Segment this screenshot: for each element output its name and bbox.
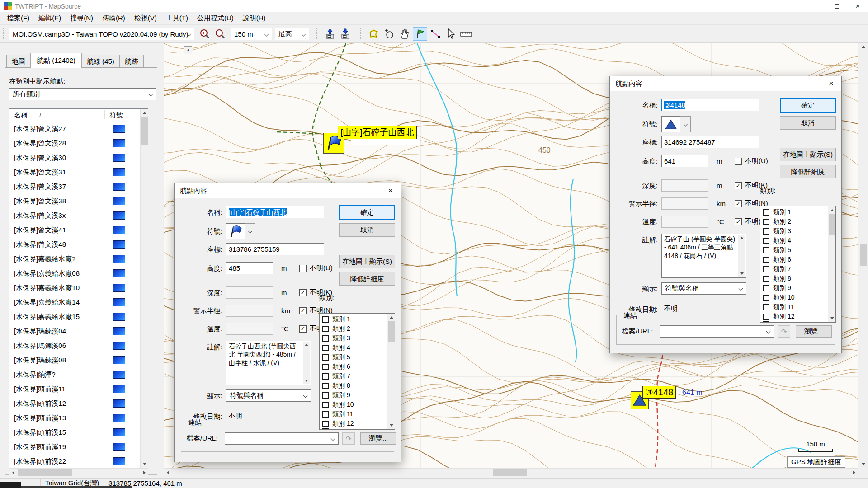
category-checkbox[interactable] [322, 411, 329, 418]
waypoint-flag-label[interactable]: [山字]石硿子山西北 [338, 126, 417, 139]
waypoint-row[interactable]: [水保界]頭前溪19 [9, 440, 140, 454]
scroll-down-button[interactable] [859, 460, 867, 468]
waypoint-row[interactable]: [水保界]嘉義給水廠? [9, 252, 140, 266]
waypoint-row[interactable]: [水保界]頭前溪13 [9, 411, 140, 425]
category-checkbox[interactable] [763, 247, 769, 253]
unknown-depth-checkbox[interactable]: ✓ [299, 289, 307, 296]
waypoint-row[interactable]: [水保界]嘉義給水廠15 [9, 310, 140, 324]
name-field[interactable]: ③4148 [661, 99, 760, 111]
category-item[interactable]: 類別 11 [763, 302, 827, 312]
category-item[interactable]: 類別 9 [763, 283, 827, 293]
category-item[interactable]: 類別 3 [322, 333, 387, 343]
category-checkbox[interactable] [763, 285, 769, 291]
category-list[interactable]: 類別 1類別 2類別 3類別 4類別 5類別 6類別 7類別 8類別 9類別 1… [319, 313, 395, 430]
menu-item[interactable]: 說明(H) [238, 12, 270, 24]
dialog-close-button[interactable]: × [380, 183, 401, 197]
comment-textarea[interactable]: 石硿子山西北 (芋圓尖西北 芋園尖西北) - 485m / 山字柱 / 水泥 /… [226, 341, 311, 385]
column-header-symbol[interactable]: 符號 [109, 111, 123, 120]
receive-from-device-button[interactable] [338, 27, 353, 41]
comment-scrollbar[interactable] [303, 342, 310, 384]
proximity-field[interactable] [226, 305, 273, 317]
category-item[interactable]: 類別 3 [763, 226, 827, 236]
menu-item[interactable]: 編輯(E) [34, 12, 66, 24]
temperature-field[interactable] [226, 323, 273, 335]
symbol-select[interactable] [245, 223, 255, 239]
waypoint-triangle-label[interactable]: ③4148 [642, 386, 676, 399]
menu-item[interactable]: 檔案(F) [3, 12, 34, 24]
category-checkbox[interactable] [763, 209, 769, 216]
waypoint-row[interactable]: [水保界]曾文溪38 [9, 194, 140, 208]
category-checkbox[interactable] [322, 383, 329, 389]
scrollbar-thumb[interactable] [18, 469, 72, 476]
waypoint-row[interactable]: [水保界]瑪鍊溪04 [9, 324, 140, 338]
tab-tracks[interactable]: 航跡 [119, 55, 144, 68]
coord-field[interactable]: 314692 2754487 [661, 136, 760, 148]
category-item[interactable]: 類別 11 [322, 409, 387, 419]
waypoint-row[interactable]: [水保界]曾文溪27 [9, 122, 140, 136]
scroll-left-button[interactable] [164, 469, 172, 477]
name-field[interactable]: [山字]石硿子山西北 [226, 206, 324, 218]
waypoint-row[interactable]: [水保界]曾文溪3x [9, 208, 140, 223]
tab-map[interactable]: 地圖 [6, 55, 31, 68]
pan-tool-button[interactable] [397, 27, 412, 41]
category-checkbox[interactable] [763, 276, 769, 282]
list-vertical-scrollbar[interactable] [140, 109, 148, 468]
map-vertical-scrollbar[interactable] [859, 43, 867, 468]
send-to-device-button[interactable] [323, 27, 337, 41]
scroll-down-button[interactable] [141, 460, 148, 468]
dialog-close-button[interactable]: × [821, 76, 841, 90]
browse-button[interactable]: 瀏覽... [360, 432, 396, 445]
show-on-map-button[interactable]: 在地圖上顯示(S) [339, 255, 395, 268]
comment-textarea[interactable]: 石硿子山 (芋圓尖 芋園尖) - 641.406m / 三等三角點 4148 /… [661, 234, 746, 278]
category-item[interactable]: 類別 8 [763, 274, 827, 283]
map-horizontal-scrollbar[interactable] [164, 468, 858, 476]
scrollbar-thumb[interactable] [860, 244, 867, 266]
waypoint-row[interactable]: [水保界]頭前溪12 [9, 396, 140, 411]
tab-waypoints[interactable]: 航點 (12402) [30, 53, 82, 68]
category-item[interactable]: 類別 6 [763, 255, 827, 264]
minimize-button[interactable] [806, 0, 826, 12]
waypoint-row[interactable]: [水保界]嘉義給水廠10 [9, 281, 140, 295]
maximize-button[interactable] [826, 0, 847, 12]
ok-button[interactable]: 確定 [339, 205, 395, 220]
category-checkbox[interactable] [763, 266, 769, 272]
elevation-field[interactable]: 641 [661, 155, 708, 167]
category-item[interactable]: 類別 4 [322, 343, 387, 352]
category-checkbox[interactable] [322, 316, 329, 323]
link-go-button[interactable]: ↷ [342, 432, 355, 445]
depth-field[interactable] [661, 179, 708, 192]
reduce-detail-button[interactable]: 降低詳細度 [780, 165, 836, 178]
display-select[interactable]: 符號與名稱 [226, 389, 311, 402]
category-item[interactable]: 類別 6 [322, 362, 387, 371]
scroll-right-button[interactable] [140, 469, 148, 477]
category-checkbox[interactable] [322, 354, 329, 361]
measure-tool-button[interactable] [459, 27, 473, 41]
display-select[interactable]: 符號與名稱 [661, 282, 746, 295]
category-checkbox[interactable] [763, 238, 769, 244]
category-item[interactable]: 類別 10 [322, 400, 387, 409]
coord-field[interactable]: 313786 2755159 [226, 243, 324, 255]
close-button[interactable]: × [847, 0, 868, 12]
waypoint-row[interactable]: [水保界]瑪鍊溪08 [9, 353, 140, 367]
waypoint-row[interactable]: [水保界]頭前溪11 [9, 382, 140, 396]
category-filter-select[interactable]: 所有類別 [9, 88, 156, 100]
category-item[interactable]: 類別 1 [763, 207, 827, 217]
map-select-tool-button[interactable] [367, 27, 381, 41]
category-checkbox[interactable] [322, 421, 329, 427]
waypoint-row[interactable]: [水保界]餉潭? [9, 367, 140, 382]
category-item[interactable]: 類別 2 [763, 217, 827, 226]
reduce-detail-button[interactable]: 降低詳細度 [339, 272, 395, 286]
category-item[interactable]: 類別 10 [763, 293, 827, 302]
menu-item[interactable]: 工具(T) [161, 12, 193, 24]
menu-item[interactable]: 公用程式(U) [193, 12, 238, 24]
category-item[interactable]: 類別 9 [322, 390, 387, 400]
unknown-proximity-checkbox[interactable]: ✓ [299, 307, 307, 314]
unknown-elevation-checkbox[interactable] [299, 265, 307, 272]
category-scrollbar[interactable] [828, 206, 835, 322]
route-tool-button[interactable] [428, 27, 443, 41]
category-checkbox[interactable] [763, 295, 769, 301]
category-item[interactable]: 類別 12 [322, 419, 387, 428]
scrollbar-thumb[interactable] [141, 117, 148, 145]
cancel-button[interactable]: 取消 [780, 116, 836, 130]
category-checkbox[interactable] [322, 373, 329, 380]
